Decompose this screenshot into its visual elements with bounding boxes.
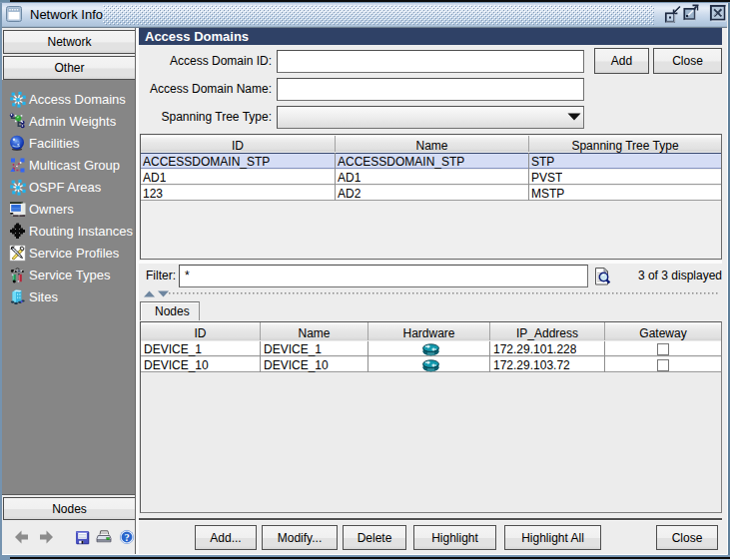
svg-text:?: ? bbox=[124, 532, 129, 543]
